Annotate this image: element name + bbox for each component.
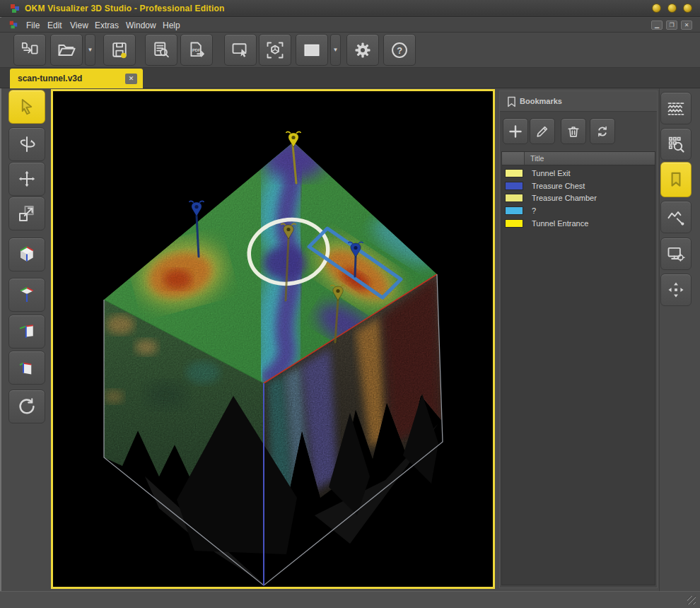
tab-close-icon[interactable]: ✕ [125,74,137,84]
bookmark-add-button[interactable] [503,118,528,144]
main-toolbar: ▼ PDF [0,33,700,68]
report-preview-button[interactable] [145,34,177,66]
bookmark-title: Treasure Chamber [532,194,597,202]
bookmark-ribbon-icon [667,170,685,189]
open-file-dropdown[interactable]: ▼ [85,34,95,66]
report-preview-icon [151,40,171,60]
pin-stem [355,257,356,276]
help-button[interactable]: ? [383,34,416,66]
fit-3d-view-button[interactable] [259,34,291,66]
bookmarks-title: Bookmarks [520,97,562,105]
scale-view-button[interactable] [8,197,45,230]
svg-text:?: ? [397,45,402,55]
bookmark-edit-button[interactable] [530,118,555,144]
viewport-3d[interactable] [51,89,495,589]
color-swatch [505,206,523,215]
bookmark-title: Treasure Chest [532,182,585,190]
color-swatch [505,169,523,177]
restore-button[interactable]: ❐ [666,21,677,30]
color-column-header[interactable] [502,152,525,165]
menu-bar: File Edit View Extras Window Help ▁ ❐ ✕ [0,18,700,33]
grid-search-button[interactable] [660,128,692,160]
move-cross-icon [666,280,686,300]
title-column-header[interactable]: Title [525,152,655,165]
menu-edit[interactable]: Edit [45,20,65,31]
save-file-button[interactable] [103,34,136,66]
scan-3d-scene [53,91,493,587]
settings-button[interactable] [346,34,379,66]
color-swatch [505,182,523,190]
bookmark-row-tunnel-exit[interactable]: Tunnel Exit [502,167,655,179]
bookmark-delete-button[interactable] [561,118,586,144]
bookmark-title: ? [532,206,536,215]
export-pdf-button[interactable]: PDF [180,34,213,66]
status-bar [0,591,700,608]
select-tool-button[interactable] [8,90,45,124]
bookmark-title: Tunnel Entrance [532,219,588,228]
open-file-icon [57,40,76,60]
menu-extras[interactable]: Extras [92,20,122,31]
bookmark-row-treasure-chest[interactable]: Treasure Chest [502,180,655,192]
ground-level-button[interactable] [660,92,692,124]
screen-capture-button[interactable] [224,34,257,66]
bookmark-row-question[interactable]: ? [502,204,655,216]
position-control-button[interactable] [660,274,692,306]
bookmarks-panel: Bookmarks Title [499,90,658,588]
close-button[interactable]: ✕ [681,21,692,30]
bookmark-icon [507,96,516,107]
resize-grip[interactable] [687,596,696,604]
select-cursor-icon [16,96,37,117]
table-header-row: Title [502,152,655,165]
import-scan-icon [21,40,40,59]
signal-filter-button[interactable] [660,201,692,233]
rotate-view-button[interactable] [8,127,45,161]
reset-rotation-button[interactable] [8,390,45,423]
top-view-icon [16,284,37,305]
import-scan-button[interactable] [13,34,46,66]
color-swatch [505,219,523,228]
menu-help[interactable]: Help [160,20,183,31]
open-file-button[interactable] [50,34,83,66]
help-icon: ? [390,40,409,60]
signal-analysis-icon [666,207,686,227]
color-swatch [505,194,523,202]
front-view-icon [16,357,37,378]
menu-window[interactable]: Window [123,20,159,31]
titlebar-dot-1[interactable] [652,4,661,13]
screen-gear-icon [666,244,686,264]
grid-search-icon [666,134,686,154]
refresh-icon [595,124,610,139]
front-view-button[interactable] [8,351,45,385]
screen-settings-button[interactable] [660,238,692,270]
bookmarks-table: Title Tunnel Exit Treasure Chest Treasur… [501,151,655,585]
background-color-dropdown[interactable]: ▼ [330,34,341,66]
bookmark-row-tunnel-entrance[interactable]: Tunnel Entrance [502,217,655,229]
ground-layers-icon [666,98,686,118]
scale-resize-icon [16,203,37,224]
titlebar-dot-2[interactable] [667,4,677,13]
screen-capture-icon [231,40,250,60]
title-bar: OKM Visualizer 3D Studio - Professional … [0,0,700,17]
application-window: OKM Visualizer 3D Studio - Professional … [0,0,700,608]
minimize-button[interactable]: ▁ [651,21,663,30]
save-file-icon [110,40,129,60]
menu-view[interactable]: View [67,20,91,31]
bookmarks-toggle-button[interactable] [660,162,692,197]
tab-scan-tunnel[interactable]: scan-tunnel.v3d ✕ [10,69,143,88]
iso-cube-icon [16,244,37,265]
plus-icon [507,123,524,140]
background-color-button[interactable] [296,34,328,66]
bookmark-title: Tunnel Exit [532,169,571,177]
tab-label: scan-tunnel.v3d [18,74,125,83]
menu-file[interactable]: File [23,20,42,31]
pan-arrows-icon [16,168,37,189]
export-pdf-icon: PDF [187,40,206,60]
bookmark-row-treasure-chamber[interactable]: Treasure Chamber [502,192,655,204]
top-view-button[interactable] [8,278,45,312]
bookmark-refresh-button[interactable] [590,118,615,144]
iso-view-button[interactable] [8,238,45,271]
pan-view-button[interactable] [8,162,45,196]
side-view-button[interactable] [8,315,45,349]
titlebar-dot-3[interactable] [683,4,692,13]
side-view-icon [16,321,37,342]
